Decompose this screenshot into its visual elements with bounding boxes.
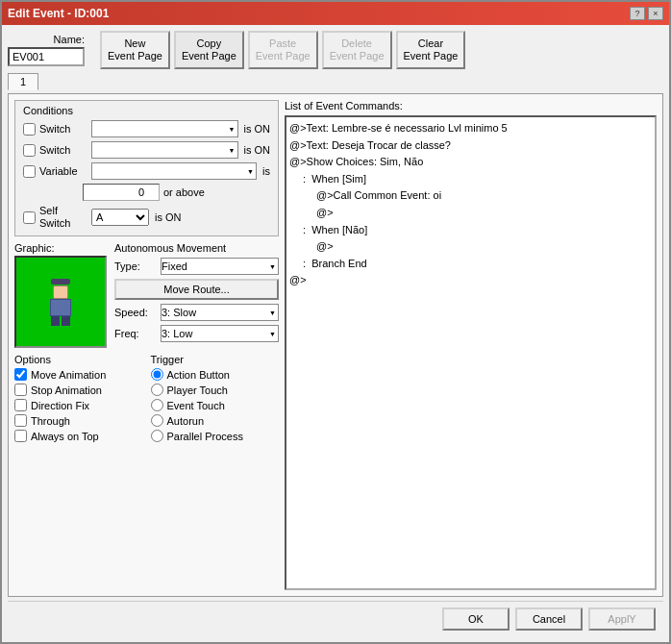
parallel-process-label: Parallel Process xyxy=(167,431,243,442)
cmd-line: @> xyxy=(289,238,652,256)
cmd-line: @>Text: Lembre-se é necessario Lvl minim… xyxy=(289,120,652,137)
variable-label: Variable xyxy=(39,165,87,177)
autonomous-title: Autonomous Movement xyxy=(114,242,279,254)
cmd-line: : When [Sim] xyxy=(289,171,652,188)
options-title: Options xyxy=(14,354,143,365)
auto-freq-label: Freq: xyxy=(114,328,157,339)
switch2-label: Switch xyxy=(39,144,87,156)
graphic-label: Graphic: xyxy=(14,242,107,254)
switch2-select[interactable] xyxy=(91,141,238,159)
switch1-checkbox[interactable] xyxy=(23,123,36,136)
middle-panel: Conditions Switch is ON Switch xyxy=(8,93,663,597)
options-trigger-row: Options Move Animation Stop Animation Di… xyxy=(14,354,279,445)
player-touch-radio[interactable] xyxy=(151,384,163,396)
option-direction-fix: Direction Fix xyxy=(14,399,143,411)
switch2-checkbox[interactable] xyxy=(23,144,36,157)
trigger-player-touch: Player Touch xyxy=(151,384,280,396)
always-on-top-label: Always on Top xyxy=(31,431,99,442)
option-stop-animation: Stop Animation xyxy=(14,384,143,396)
title-bar-controls: ? × xyxy=(630,7,663,20)
left-panel: Conditions Switch is ON Switch xyxy=(14,100,279,590)
trigger-autorun: Autorun xyxy=(151,414,280,427)
main-window: Edit Event - ID:001 ? × Name: NewEvent P… xyxy=(0,0,671,644)
cmd-line: @>Show Choices: Sim, Não xyxy=(289,154,652,171)
ok-button[interactable]: OK xyxy=(442,607,509,631)
cancel-button[interactable]: Cancel xyxy=(515,607,583,631)
option-move-animation: Move Animation xyxy=(14,368,143,381)
auto-type-label: Type: xyxy=(114,260,157,272)
option-always-on-top: Always on Top xyxy=(14,430,143,442)
through-label: Through xyxy=(31,415,70,427)
through-checkbox[interactable] xyxy=(14,414,27,427)
name-label: Name: xyxy=(54,34,85,45)
switch1-select[interactable] xyxy=(91,120,238,137)
variable-value-input[interactable] xyxy=(83,184,160,201)
trigger-event-touch: Event Touch xyxy=(151,399,280,411)
self-switch-checkbox[interactable] xyxy=(23,211,36,224)
cmd-line: @>Text: Deseja Trocar de classe? xyxy=(289,137,652,155)
always-on-top-checkbox[interactable] xyxy=(14,430,27,442)
parallel-process-radio[interactable] xyxy=(151,430,163,442)
switch1-label: Switch xyxy=(39,123,87,135)
stop-animation-checkbox[interactable] xyxy=(14,384,27,396)
clear-event-page-button[interactable]: ClearEvent Page xyxy=(396,31,466,69)
trigger-group: Trigger Action Button Player Touch Event… xyxy=(151,354,280,445)
auto-speed-row: Speed: 1: x8 Slower2: x4 Slower3: Slow4:… xyxy=(114,304,279,321)
trigger-title: Trigger xyxy=(151,354,280,365)
graphic-section: Graphic: xyxy=(14,242,279,348)
option-through: Through xyxy=(14,414,143,427)
auto-speed-select[interactable]: 1: x8 Slower2: x4 Slower3: Slow4: Normal… xyxy=(161,304,279,321)
conditions-title: Conditions xyxy=(23,105,270,116)
condition-switch1-row: Switch is ON xyxy=(23,120,270,137)
new-event-page-button[interactable]: NewEvent Page xyxy=(100,31,170,69)
variable-checkbox[interactable] xyxy=(23,165,36,178)
paste-event-page-button[interactable]: PasteEvent Page xyxy=(248,31,318,69)
main-content: Name: NewEvent Page CopyEvent Page Paste… xyxy=(2,25,669,642)
tab-1[interactable]: 1 xyxy=(8,73,38,90)
move-animation-label: Move Animation xyxy=(31,369,106,381)
player-touch-label: Player Touch xyxy=(167,384,228,396)
auto-freq-select[interactable]: 1: Lowest2: Lower3: Low4: Normal5: High6… xyxy=(161,325,279,342)
self-switch-select[interactable]: ABCD xyxy=(91,209,149,226)
copy-event-page-button[interactable]: CopyEvent Page xyxy=(174,31,244,69)
close-button[interactable]: × xyxy=(648,7,663,20)
autonomous-group: Autonomous Movement Type: FixedRandomApp… xyxy=(114,242,279,346)
cmd-line: : Branch End xyxy=(289,256,652,273)
commands-list[interactable]: @>Text: Lembre-se é necessario Lvl minim… xyxy=(285,115,657,590)
variable-is: is xyxy=(262,165,270,177)
cmd-line: @> xyxy=(289,272,652,289)
self-switch-is-on: is ON xyxy=(155,211,182,223)
name-input[interactable] xyxy=(8,47,85,66)
direction-fix-checkbox[interactable] xyxy=(14,399,27,411)
move-animation-checkbox[interactable] xyxy=(14,368,27,381)
event-touch-radio[interactable] xyxy=(151,399,163,411)
autorun-radio[interactable] xyxy=(151,414,163,427)
conditions-group: Conditions Switch is ON Switch xyxy=(14,100,279,236)
trigger-parallel-process: Parallel Process xyxy=(151,430,280,442)
title-bar: Edit Event - ID:001 ? × xyxy=(2,2,669,25)
condition-switch2-row: Switch is ON xyxy=(23,141,270,159)
cmd-line: : When [Não] xyxy=(289,222,652,239)
variable-select[interactable] xyxy=(91,162,257,180)
toolbar: NewEvent Page CopyEvent Page PasteEvent … xyxy=(100,31,465,69)
action-button-radio[interactable] xyxy=(151,368,163,381)
bottom-bar: OK Cancel ApplY xyxy=(8,601,663,636)
switch1-is-on: is ON xyxy=(244,123,271,135)
or-above-label: or above xyxy=(163,186,205,198)
graphic-box[interactable] xyxy=(14,256,107,348)
self-switch-row: SelfSwitch ABCD is ON xyxy=(23,205,270,230)
auto-freq-row: Freq: 1: Lowest2: Lower3: Low4: Normal5:… xyxy=(114,325,279,342)
auto-type-select[interactable]: FixedRandomApproachCustom xyxy=(161,258,279,275)
window-title: Edit Event - ID:001 xyxy=(8,7,109,20)
delete-event-page-button[interactable]: DeleteEvent Page xyxy=(322,31,392,69)
direction-fix-label: Direction Fix xyxy=(31,400,89,411)
apply-button[interactable]: ApplY xyxy=(588,607,656,631)
help-button[interactable]: ? xyxy=(630,7,645,20)
cmd-line: @> xyxy=(289,205,652,222)
move-route-button[interactable]: Move Route... xyxy=(114,279,279,300)
action-button-label: Action Button xyxy=(167,369,230,381)
stop-animation-label: Stop Animation xyxy=(31,384,102,396)
condition-variable-row: Variable is xyxy=(23,162,270,180)
switch2-is-on: is ON xyxy=(244,144,271,156)
trigger-action-button: Action Button xyxy=(151,368,280,381)
